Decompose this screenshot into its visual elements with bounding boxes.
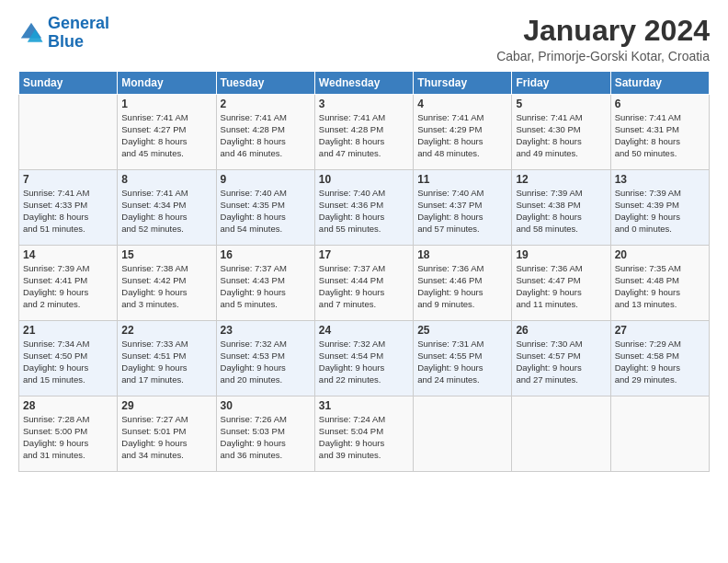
logo-icon [18,20,44,46]
day-info: Sunrise: 7:40 AMSunset: 4:36 PMDaylight:… [319,188,409,235]
day-number: 20 [615,248,705,261]
calendar-cell: 30Sunrise: 7:26 AMSunset: 5:03 PMDayligh… [216,396,314,472]
day-info: Sunrise: 7:24 AMSunset: 5:04 PMDaylight:… [319,414,409,461]
calendar-cell: 8Sunrise: 7:41 AMSunset: 4:34 PMDaylight… [118,170,216,246]
day-info: Sunrise: 7:28 AMSunset: 5:00 PMDaylight:… [23,414,113,461]
day-number: 23 [221,324,311,337]
day-info: Sunrise: 7:33 AMSunset: 4:51 PMDaylight:… [121,339,211,385]
day-info: Sunrise: 7:36 AMSunset: 4:47 PMDaylight:… [516,263,606,310]
day-info: Sunrise: 7:41 AMSunset: 4:33 PMDaylight:… [23,188,113,235]
day-number: 25 [417,324,507,337]
day-number: 30 [221,399,311,412]
day-info: Sunrise: 7:32 AMSunset: 4:54 PMDaylight:… [319,339,409,385]
day-info: Sunrise: 7:37 AMSunset: 4:44 PMDaylight:… [319,263,409,310]
day-number: 13 [615,173,705,186]
calendar-table: SundayMondayTuesdayWednesdayThursdayFrid… [18,71,710,472]
week-row-1: 1Sunrise: 7:41 AMSunset: 4:27 PMDaylight… [19,95,710,170]
column-header-tuesday: Tuesday [216,72,314,95]
day-number: 11 [417,173,507,186]
day-info: Sunrise: 7:39 AMSunset: 4:38 PMDaylight:… [516,188,606,235]
day-info: Sunrise: 7:26 AMSunset: 5:03 PMDaylight:… [221,414,311,461]
calendar-cell: 14Sunrise: 7:39 AMSunset: 4:41 PMDayligh… [19,246,118,321]
day-info: Sunrise: 7:38 AMSunset: 4:42 PMDaylight:… [121,263,211,310]
day-info: Sunrise: 7:40 AMSunset: 4:37 PMDaylight:… [417,188,507,235]
calendar-cell: 22Sunrise: 7:33 AMSunset: 4:51 PMDayligh… [118,321,216,396]
day-info: Sunrise: 7:41 AMSunset: 4:31 PMDaylight:… [615,112,705,159]
day-info: Sunrise: 7:41 AMSunset: 4:28 PMDaylight:… [221,112,311,159]
calendar-cell: 4Sunrise: 7:41 AMSunset: 4:29 PMDaylight… [414,95,512,170]
day-number: 16 [221,248,311,261]
calendar-cell: 3Sunrise: 7:41 AMSunset: 4:28 PMDaylight… [314,95,413,170]
column-header-wednesday: Wednesday [314,72,413,95]
calendar-cell: 12Sunrise: 7:39 AMSunset: 4:38 PMDayligh… [512,170,610,246]
calendar-cell: 25Sunrise: 7:31 AMSunset: 4:55 PMDayligh… [414,321,512,396]
day-number: 3 [319,98,409,110]
calendar-cell: 13Sunrise: 7:39 AMSunset: 4:39 PMDayligh… [610,170,709,246]
day-number: 14 [23,248,113,261]
day-number: 26 [516,324,606,337]
calendar-cell: 23Sunrise: 7:32 AMSunset: 4:53 PMDayligh… [216,321,314,396]
logo-blue: Blue [48,32,84,51]
day-number: 31 [319,399,409,412]
week-row-5: 28Sunrise: 7:28 AMSunset: 5:00 PMDayligh… [19,396,710,472]
logo: General Blue [18,15,109,52]
title-block: January 2024 Cabar, Primorje-Gorski Kota… [496,15,710,63]
day-number: 10 [319,173,409,186]
week-row-2: 7Sunrise: 7:41 AMSunset: 4:33 PMDaylight… [19,170,710,246]
day-info: Sunrise: 7:40 AMSunset: 4:35 PMDaylight:… [221,188,311,235]
calendar-cell: 17Sunrise: 7:37 AMSunset: 4:44 PMDayligh… [314,246,413,321]
subtitle: Cabar, Primorje-Gorski Kotar, Croatia [496,49,710,63]
calendar-cell: 10Sunrise: 7:40 AMSunset: 4:36 PMDayligh… [314,170,413,246]
week-row-3: 14Sunrise: 7:39 AMSunset: 4:41 PMDayligh… [19,246,710,321]
calendar-cell: 19Sunrise: 7:36 AMSunset: 4:47 PMDayligh… [512,246,610,321]
day-number: 17 [319,248,409,261]
day-info: Sunrise: 7:31 AMSunset: 4:55 PMDaylight:… [417,339,507,385]
column-header-saturday: Saturday [610,72,709,95]
day-number: 6 [615,98,705,110]
calendar-cell: 15Sunrise: 7:38 AMSunset: 4:42 PMDayligh… [118,246,216,321]
calendar-cell [610,396,709,472]
day-info: Sunrise: 7:41 AMSunset: 4:30 PMDaylight:… [516,112,606,159]
day-info: Sunrise: 7:41 AMSunset: 4:28 PMDaylight:… [319,112,409,159]
day-number: 4 [417,98,507,110]
day-info: Sunrise: 7:41 AMSunset: 4:29 PMDaylight:… [417,112,507,159]
calendar-cell [19,95,118,170]
calendar-cell: 21Sunrise: 7:34 AMSunset: 4:50 PMDayligh… [19,321,118,396]
calendar-cell: 20Sunrise: 7:35 AMSunset: 4:48 PMDayligh… [610,246,709,321]
calendar-cell: 11Sunrise: 7:40 AMSunset: 4:37 PMDayligh… [414,170,512,246]
page: General Blue January 2024 Cabar, Primorj… [0,0,728,563]
calendar-cell: 9Sunrise: 7:40 AMSunset: 4:35 PMDaylight… [216,170,314,246]
logo-general: General [48,14,109,32]
column-header-sunday: Sunday [19,72,118,95]
calendar-cell: 2Sunrise: 7:41 AMSunset: 4:28 PMDaylight… [216,95,314,170]
day-number: 2 [221,98,311,110]
day-number: 7 [23,173,113,186]
calendar-cell: 6Sunrise: 7:41 AMSunset: 4:31 PMDaylight… [610,95,709,170]
calendar-cell: 16Sunrise: 7:37 AMSunset: 4:43 PMDayligh… [216,246,314,321]
day-number: 1 [121,98,211,110]
day-info: Sunrise: 7:34 AMSunset: 4:50 PMDaylight:… [23,339,113,385]
day-number: 27 [615,324,705,337]
day-info: Sunrise: 7:29 AMSunset: 4:58 PMDaylight:… [615,339,705,385]
column-header-friday: Friday [512,72,610,95]
day-number: 19 [516,248,606,261]
week-row-4: 21Sunrise: 7:34 AMSunset: 4:50 PMDayligh… [19,321,710,396]
column-header-monday: Monday [118,72,216,95]
calendar-cell: 26Sunrise: 7:30 AMSunset: 4:57 PMDayligh… [512,321,610,396]
day-number: 28 [23,399,113,412]
calendar-cell: 5Sunrise: 7:41 AMSunset: 4:30 PMDaylight… [512,95,610,170]
calendar-cell: 29Sunrise: 7:27 AMSunset: 5:01 PMDayligh… [118,396,216,472]
day-number: 9 [221,173,311,186]
day-number: 12 [516,173,606,186]
day-number: 15 [121,248,211,261]
calendar-cell: 18Sunrise: 7:36 AMSunset: 4:46 PMDayligh… [414,246,512,321]
day-info: Sunrise: 7:27 AMSunset: 5:01 PMDaylight:… [121,414,211,461]
day-number: 18 [417,248,507,261]
day-info: Sunrise: 7:32 AMSunset: 4:53 PMDaylight:… [221,339,311,385]
day-number: 8 [121,173,211,186]
calendar-cell: 7Sunrise: 7:41 AMSunset: 4:33 PMDaylight… [19,170,118,246]
day-info: Sunrise: 7:41 AMSunset: 4:27 PMDaylight:… [121,112,211,159]
day-info: Sunrise: 7:37 AMSunset: 4:43 PMDaylight:… [221,263,311,310]
calendar-cell: 27Sunrise: 7:29 AMSunset: 4:58 PMDayligh… [610,321,709,396]
day-number: 24 [319,324,409,337]
